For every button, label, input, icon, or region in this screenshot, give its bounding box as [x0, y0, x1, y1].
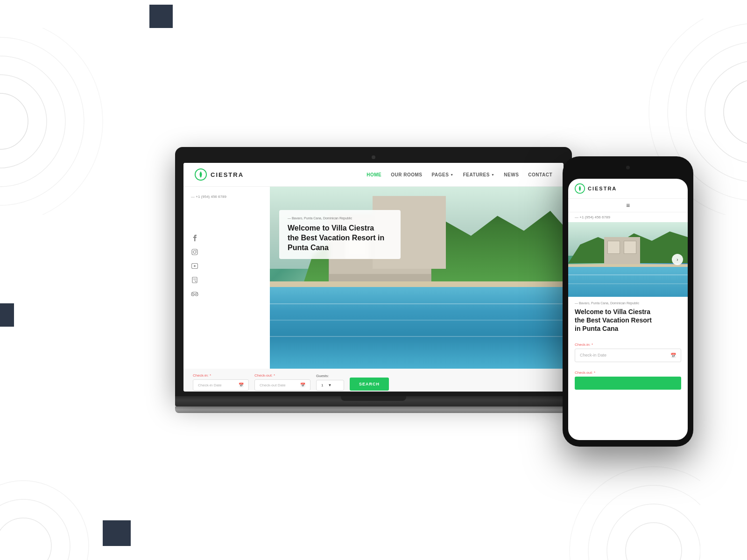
calendar-icon: 📅 — [239, 383, 244, 387]
youtube-icon[interactable] — [191, 262, 198, 270]
svg-point-3 — [0, 37, 84, 205]
decorative-circles-bottom-right — [560, 457, 700, 560]
nav-links: HOME OUR ROOMS PAGES ▼ FEATURES ▼ NEWS C… — [366, 172, 552, 177]
guests-field: Guests: 1 ▼ — [316, 374, 344, 391]
phone-camera — [626, 166, 630, 169]
svg-point-0 — [0, 93, 28, 149]
phone-pool-water — [568, 267, 688, 297]
svg-point-20 — [196, 250, 197, 251]
laptop-body: CIESTRA HOME OUR ROOMS PAGES ▼ FEATURES … — [175, 147, 572, 396]
svg-point-16 — [0, 481, 89, 560]
checkin-label: Check-in: * — [193, 373, 249, 378]
foursquare-icon[interactable] — [191, 276, 198, 284]
laptop-device: CIESTRA HOME OUR ROOMS PAGES ▼ FEATURES … — [175, 147, 572, 413]
decorative-circles-bottom-left — [0, 453, 117, 560]
phone-navigation: CIESTRA — [568, 179, 688, 199]
svg-point-27 — [192, 294, 193, 295]
laptop-base — [175, 396, 572, 406]
laptop-foot — [175, 406, 572, 413]
logo-text: CIESTRA — [211, 171, 244, 178]
laptop-camera — [372, 155, 375, 159]
svg-point-5 — [724, 79, 747, 145]
guests-select[interactable]: 1 ▼ — [316, 380, 344, 391]
decorative-rect-left — [0, 303, 14, 327]
nav-home[interactable]: HOME — [366, 172, 381, 177]
nav-news[interactable]: NEWS — [504, 172, 519, 177]
decorative-rect-bottom — [103, 520, 131, 546]
hamburger-menu-icon[interactable]: ≡ — [568, 199, 688, 212]
laptop-notch — [341, 396, 406, 401]
svg-point-13 — [570, 467, 700, 560]
nav-pages[interactable]: PAGES ▼ — [432, 172, 454, 177]
laptop-screen: CIESTRA HOME OUR ROOMS PAGES ▼ FEATURES … — [183, 163, 564, 392]
phone-checkout-label: Check-out: * — [568, 371, 688, 375]
phone-hero-next-icon[interactable]: › — [672, 254, 683, 265]
hero-location: — Bavaro, Punta Cana, Dominican Republic — [288, 217, 392, 220]
search-button[interactable]: SEARCH — [350, 378, 389, 391]
features-arrow-icon: ▼ — [491, 173, 494, 176]
hero-section: — +1 (954) 456 6789 — [183, 187, 564, 369]
svg-marker-22 — [194, 265, 197, 267]
instagram-icon[interactable] — [191, 248, 198, 256]
phone-checkin-input[interactable]: Check-in Date 📅 — [575, 349, 681, 362]
nav-contact[interactable]: CONTACT — [528, 172, 552, 177]
tripadvisor-icon[interactable] — [191, 290, 198, 298]
hero-text-card: — Bavaro, Punta Cana, Dominican Republic… — [279, 210, 401, 259]
phone-logo-text: CIESTRA — [588, 186, 617, 191]
phone-screen: CIESTRA ≡ — +1 (954) 456 6789 — [568, 179, 688, 440]
booking-bar: Check-in: * Check-in Date 📅 Check-out: * — [183, 369, 564, 392]
decorative-circles-left — [0, 28, 112, 215]
hero-left-panel: — +1 (954) 456 6789 — [183, 187, 270, 369]
svg-point-14 — [0, 518, 51, 560]
checkout-input[interactable]: Check-out Date 📅 — [254, 379, 310, 391]
checkout-label: Check-out: * — [254, 373, 310, 378]
phone-logo: CIESTRA — [575, 183, 617, 194]
svg-point-2 — [0, 56, 65, 187]
phone-logo-icon — [575, 183, 585, 194]
svg-rect-23 — [192, 277, 197, 283]
social-icons — [191, 206, 262, 298]
svg-point-7 — [686, 42, 747, 182]
checkin-input[interactable]: Check-in Date 📅 — [193, 379, 249, 391]
phone-checkin-section: Check-in: * Check-in Date 📅 — [568, 343, 688, 371]
decorative-rect-top — [149, 5, 173, 28]
svg-point-28 — [196, 294, 197, 295]
svg-point-10 — [626, 523, 682, 560]
checkin-field: Check-in: * Check-in Date 📅 — [193, 373, 249, 391]
guests-label: Guests: — [316, 374, 344, 378]
phone-device: CIESTRA ≡ — +1 (954) 456 6789 — [563, 156, 693, 447]
phone-hero-title: Welcome to Villa Ciestra the Best Vacati… — [575, 308, 681, 333]
nav-rooms[interactable]: OUR ROOMS — [391, 172, 422, 177]
svg-point-1 — [0, 75, 47, 168]
svg-rect-18 — [192, 249, 197, 255]
checkout-field: Check-out: * Check-out Date 📅 — [254, 373, 310, 391]
svg-point-15 — [0, 499, 70, 560]
phone-calendar-icon: 📅 — [670, 353, 676, 358]
svg-point-6 — [705, 61, 747, 163]
pool-water — [270, 287, 564, 369]
svg-point-12 — [588, 485, 700, 560]
site-logo: CIESTRA — [195, 168, 244, 181]
chevron-down-icon: ▼ — [328, 383, 331, 387]
phone-hero-location: — Bavaro, Punta Cana, Dominican Republic — [575, 301, 681, 305]
svg-point-4 — [0, 28, 103, 215]
website-navigation: CIESTRA HOME OUR ROOMS PAGES ▼ FEATURES … — [183, 163, 564, 187]
phone-number-display: — +1 (954) 456 6789 — [568, 212, 688, 222]
phone-number: — +1 (954) 456 6789 — [191, 192, 262, 199]
hero-title: Welcome to Villa Ciestra the Best Vacati… — [288, 224, 392, 252]
phone-body: CIESTRA ≡ — +1 (954) 456 6789 — [563, 156, 693, 447]
pages-arrow-icon: ▼ — [450, 173, 453, 176]
phone-checkin-label: Check-in: * — [575, 343, 681, 347]
phone-hero-content: — Bavaro, Punta Cana, Dominican Republic… — [568, 297, 688, 343]
facebook-icon[interactable] — [191, 234, 198, 242]
nav-features[interactable]: FEATURES ▼ — [463, 172, 495, 177]
phone-notch — [605, 166, 651, 177]
phone-checkout-bar[interactable] — [575, 377, 681, 390]
hero-image: — Bavaro, Punta Cana, Dominican Republic… — [270, 187, 564, 369]
svg-point-11 — [607, 504, 700, 560]
phone-hero-image: › — [568, 222, 688, 297]
calendar-icon-checkout: 📅 — [300, 383, 305, 387]
svg-point-19 — [193, 251, 196, 253]
logo-icon — [195, 168, 207, 181]
